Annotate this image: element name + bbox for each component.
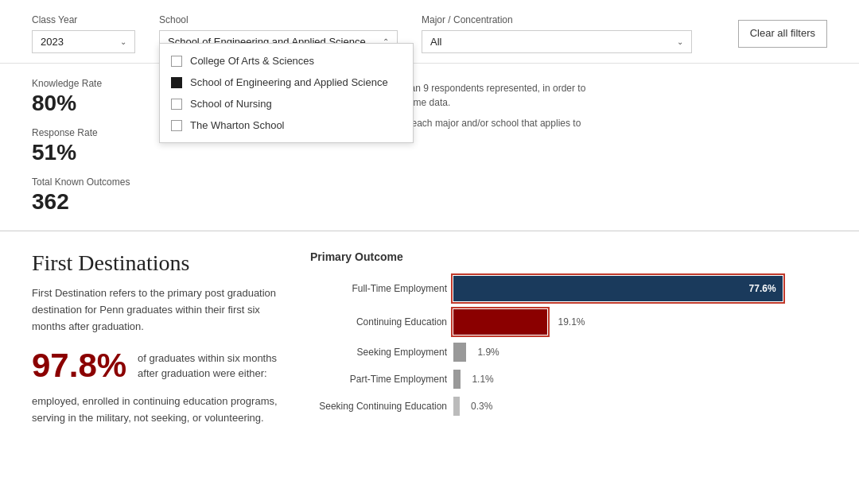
bar-row-seeking-cont: Seeking Continuing Education 0.3%	[310, 397, 827, 416]
major-select[interactable]: All ⌄	[422, 30, 692, 53]
dropdown-item-engineering[interactable]: School of Engineering and Applied Scienc…	[160, 72, 413, 93]
major-chevron-icon: ⌄	[677, 37, 683, 46]
highlight-text: of graduates within six months after gra…	[138, 351, 278, 382]
fulltime-bar-container: 77.6%	[453, 276, 827, 301]
seeking-bar-container: 1.9%	[453, 343, 827, 362]
dropdown-item-nursing[interactable]: School of Nursing	[160, 93, 413, 114]
total-known-label: Total Known Outcomes	[32, 176, 130, 188]
class-year-chevron-icon: ⌄	[120, 37, 126, 46]
class-year-select[interactable]: 2023 ⌄	[32, 30, 135, 53]
seeking-cont-label: Seeking Continuing Education	[310, 401, 453, 412]
bar-row-continuing: Continuing Education 19.1%	[310, 309, 827, 335]
continuing-label: Continuing Education	[310, 316, 453, 328]
fulltime-value: 77.6%	[749, 283, 776, 294]
class-year-label: Class Year	[32, 14, 135, 25]
section-left: First Destinations First Destination ref…	[32, 250, 278, 427]
section-description: First Destination refers to the primary …	[32, 285, 278, 335]
chart-area: Full-Time Employment 77.6% Continuing Ed…	[310, 276, 827, 416]
response-rate-label: Response Rate	[32, 127, 130, 138]
major-value: All	[430, 36, 441, 48]
response-rate-value: 51%	[32, 140, 130, 165]
clear-filters-button[interactable]: Clear all filters	[738, 20, 827, 48]
wharton-checkbox[interactable]	[171, 120, 182, 131]
fulltime-bar: 77.6%	[453, 276, 783, 301]
employed-text: employed, enrolled in continuing educati…	[32, 394, 278, 427]
knowledge-rate-value: 80%	[32, 91, 130, 116]
knowledge-rate-block: Knowledge Rate 80%	[32, 78, 130, 116]
continuing-bar-container: 19.1%	[453, 309, 827, 335]
fulltime-label: Full-Time Employment	[310, 283, 453, 294]
seeking-label: Seeking Employment	[310, 347, 453, 358]
section-right: Primary Outcome Full-Time Employment 77.…	[310, 250, 827, 427]
stats-row: Knowledge Rate 80% Response Rate 51% Tot…	[0, 64, 859, 215]
response-rate-block: Response Rate 51%	[32, 127, 130, 165]
major-label: Major / Concentration	[422, 14, 692, 25]
seeking-cont-bar-container: 0.3%	[453, 397, 827, 416]
first-destinations-section: First Destinations First Destination ref…	[0, 231, 859, 451]
parttime-label: Part-Time Employment	[310, 374, 453, 385]
seeking-cont-value: 0.3%	[471, 401, 492, 412]
parttime-bar-container: 1.1%	[453, 370, 827, 389]
school-label: School	[159, 14, 398, 25]
parttime-value: 1.1%	[472, 374, 493, 385]
nursing-checkbox[interactable]	[171, 99, 182, 110]
arts-label: College Of Arts & Sciences	[190, 55, 314, 67]
parttime-bar	[453, 370, 461, 389]
engineering-label: School of Engineering and Applied Scienc…	[190, 76, 388, 88]
class-year-value: 2023	[41, 36, 64, 48]
bar-row-fulltime: Full-Time Employment 77.6%	[310, 276, 827, 301]
total-known-block: Total Known Outcomes 362	[32, 176, 130, 215]
highlight-stat: 97.8% of graduates within six months aft…	[32, 349, 278, 382]
chart-title: Primary Outcome	[310, 250, 827, 263]
filter-row: Class Year 2023 ⌄ School School of Engin…	[0, 0, 859, 64]
bar-row-parttime: Part-Time Employment 1.1%	[310, 370, 827, 389]
seeking-bar	[453, 343, 466, 362]
arts-checkbox[interactable]	[171, 56, 182, 67]
seeking-cont-bar	[453, 397, 460, 416]
continuing-value: 19.1%	[558, 316, 585, 328]
wharton-label: The Wharton School	[190, 119, 285, 131]
big-percentage: 97.8%	[32, 349, 126, 382]
class-year-filter: Class Year 2023 ⌄	[32, 14, 135, 53]
major-filter: Major / Concentration All ⌄	[422, 14, 692, 53]
school-dropdown: College Of Arts & Sciences School of Eng…	[159, 43, 414, 143]
nursing-label: School of Nursing	[190, 98, 272, 110]
engineering-checkbox[interactable]	[171, 77, 182, 88]
section-title: First Destinations	[32, 250, 278, 276]
bar-row-seeking: Seeking Employment 1.9%	[310, 343, 827, 362]
seeking-value: 1.9%	[477, 347, 499, 358]
total-known-value: 362	[32, 189, 130, 215]
dropdown-item-arts[interactable]: College Of Arts & Sciences	[160, 50, 413, 72]
knowledge-rate-label: Knowledge Rate	[32, 78, 130, 89]
continuing-bar	[453, 309, 547, 335]
dropdown-item-wharton[interactable]: The Wharton School	[160, 114, 413, 136]
